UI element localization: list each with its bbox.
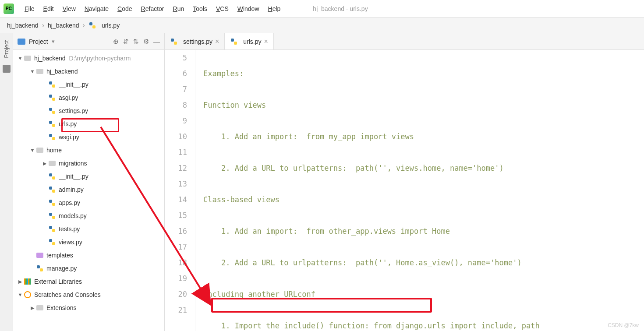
editor-tabs: settings.py× urls.py× [165, 33, 644, 50]
line-number: 9 [165, 113, 187, 129]
code-text: 1. Add an import: from my_app import vie… [203, 132, 414, 141]
tree-item-migrations[interactable]: ▶migrations [13, 157, 164, 170]
py-icon [48, 199, 56, 207]
project-tree[interactable]: ▼hj_backend D:\my\python-pycharm▼hj_back… [13, 50, 164, 331]
tree-item-asgi-py[interactable]: asgi.py [13, 91, 164, 104]
folder-icon [36, 67, 44, 75]
watermark: CSDN @7kw [608, 322, 639, 328]
line-number: 8 [165, 97, 187, 113]
menu-navigate[interactable]: Navigate [80, 3, 113, 15]
project-tool-label[interactable]: Project [3, 39, 10, 60]
tree-item-hj_backend[interactable]: ▼hj_backend D:\my\python-pycharm [13, 52, 164, 65]
line-number: 19 [165, 271, 187, 286]
tree-item-extensions[interactable]: ▶Extensions [13, 301, 164, 314]
code-text: Examples: [203, 69, 244, 78]
tree-item-manage-py[interactable]: manage.py [13, 262, 164, 275]
menu-help[interactable]: Help [264, 3, 285, 15]
code-editor[interactable]: 56789101112131415161718192021 Examples: … [165, 50, 644, 331]
line-number: 16 [165, 223, 187, 239]
line-number: 15 [165, 208, 187, 223]
close-icon[interactable]: × [215, 38, 219, 46]
menu-edit[interactable]: Edit [39, 3, 58, 15]
expand-icon[interactable]: ⇵ [123, 38, 129, 46]
bookmarks-icon[interactable] [3, 65, 11, 73]
code-text: 1. Import the include() function: from d… [203, 321, 540, 330]
lib-icon [24, 278, 32, 285]
tree-item-__init__-py[interactable]: __init__.py [13, 78, 164, 91]
code-text: 2. Add a URL to urlpatterns: path('', Ho… [203, 258, 522, 267]
breadcrumb: hj_backend › hj_backend › urls.py [0, 18, 644, 33]
line-number: 5 [165, 50, 187, 66]
line-number: 6 [165, 66, 187, 81]
tree-item-tests-py[interactable]: tests.py [13, 222, 164, 236]
menubar: PC FileEditViewNavigateCodeRefactorRunTo… [0, 0, 644, 18]
menu-file[interactable]: File [20, 3, 39, 15]
code-text: 1. Add an import: from other_app.views i… [203, 227, 450, 236]
py-icon [48, 133, 56, 141]
project-icon [18, 39, 25, 45]
line-number: 17 [165, 239, 187, 255]
tab-settings[interactable]: settings.py× [165, 33, 225, 49]
tree-item-templates[interactable]: templates [13, 249, 164, 262]
window-title: hj_backend - urls.py [313, 5, 368, 12]
menu-vcs[interactable]: VCS [212, 3, 233, 15]
py-icon [36, 264, 44, 272]
line-number: 21 [165, 302, 187, 318]
py-icon [48, 107, 56, 115]
python-icon [230, 38, 237, 45]
folder-icon [24, 54, 32, 62]
tree-item-hj_backend[interactable]: ▼hj_backend [13, 65, 164, 78]
line-number: 20 [165, 286, 187, 302]
crumb-1[interactable]: hj_backend [48, 22, 79, 29]
line-number: 18 [165, 255, 187, 271]
tab-urls[interactable]: urls.py× [225, 33, 274, 49]
py-icon [48, 225, 56, 233]
py-icon [48, 186, 56, 194]
line-number: 14 [165, 192, 187, 208]
chevron-right-icon: › [42, 21, 44, 29]
menu-tools[interactable]: Tools [188, 3, 212, 15]
main-area: Project Project ▾ ⊕ ⇵ ⇅ ⚙ — ▼hj_backend … [0, 33, 644, 331]
tree-item-admin-py[interactable]: admin.py [13, 183, 164, 196]
tree-item-settings-py[interactable]: settings.py [13, 104, 164, 117]
editor-area: settings.py× urls.py× 567891011121314151… [165, 33, 644, 331]
tree-item-__init__-py[interactable]: __init__.py [13, 170, 164, 183]
sidebar-header: Project ▾ ⊕ ⇵ ⇅ ⚙ — [13, 33, 164, 50]
python-icon [89, 22, 96, 29]
locate-icon[interactable]: ⊕ [113, 38, 119, 46]
close-icon[interactable]: × [264, 38, 268, 46]
line-number: 7 [165, 81, 187, 97]
tree-item-views-py[interactable]: views.py [13, 236, 164, 249]
crumb-0[interactable]: hj_backend [7, 22, 39, 29]
crumb-2[interactable]: urls.py [88, 21, 120, 29]
hide-icon[interactable]: — [153, 38, 160, 46]
menu-view[interactable]: View [58, 3, 80, 15]
chevron-right-icon: › [83, 21, 85, 29]
collapse-icon[interactable]: ⇅ [133, 38, 139, 46]
menu-code[interactable]: Code [113, 3, 136, 15]
code-text: Including another URLconf [203, 290, 315, 299]
menu-run[interactable]: Run [169, 3, 189, 15]
tree-item-home[interactable]: ▼home [13, 144, 164, 157]
python-icon [170, 38, 177, 45]
tree-item-urls-py[interactable]: urls.py [13, 117, 164, 130]
menu-refactor[interactable]: Refactor [137, 3, 169, 15]
line-number: 10 [165, 129, 187, 144]
line-number: 11 [165, 144, 187, 160]
line-gutter: 56789101112131415161718192021 [165, 50, 195, 331]
scratch-icon [24, 291, 32, 299]
code-content[interactable]: Examples: Function views 1. Add an impor… [195, 50, 644, 331]
py-icon [48, 94, 56, 102]
tree-item-models-py[interactable]: models.py [13, 209, 164, 222]
tree-item-wsgi-py[interactable]: wsgi.py [13, 130, 164, 144]
sidebar-title: Project [29, 38, 48, 45]
tree-item-scratches-and-consoles[interactable]: ▼Scratches and Consoles [13, 288, 164, 301]
tree-item-external-libraries[interactable]: ▶External Libraries [13, 275, 164, 288]
settings-icon[interactable]: ⚙ [143, 38, 149, 46]
py-icon [48, 173, 56, 180]
folder-icon [36, 304, 44, 312]
tree-item-apps-py[interactable]: apps.py [13, 196, 164, 209]
folder-purple-icon [36, 251, 44, 259]
menu-window[interactable]: Window [233, 3, 264, 15]
code-text: Function views [203, 101, 266, 109]
